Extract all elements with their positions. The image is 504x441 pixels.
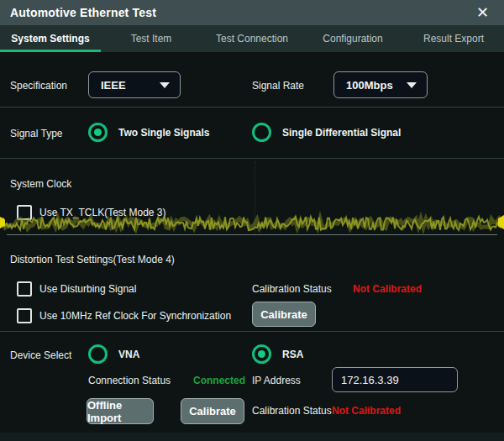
radio-label: Single Differential Signal (282, 127, 401, 139)
title-bar: Automotive Ethernet Test ✕ (0, 0, 504, 25)
tab-configuration[interactable]: Configuration (302, 25, 403, 52)
checkbox-icon (17, 205, 32, 220)
calibrate-button-device[interactable]: Calibrate (181, 398, 244, 424)
calibration-status-value: Not Calibrated (353, 283, 422, 295)
radio-label: VNA (118, 349, 139, 360)
tab-system-settings[interactable]: System Settings (0, 25, 101, 52)
section-system-clock: System Clock Use TX_TCLK(Test Mode 3) (0, 159, 504, 235)
distortion-title: Distortion Test Settings(Test Mode 4) (10, 254, 175, 265)
checkbox-use-tx-tclk[interactable]: Use TX_TCLK(Test Mode 3) (17, 205, 166, 220)
specification-value: IEEE (101, 79, 160, 92)
specification-label: Specification (10, 80, 67, 92)
tab-bar: System Settings Test Item Test Connectio… (0, 25, 504, 52)
system-clock-title: System Clock (10, 178, 71, 190)
device-calibration-status-value: Not Calibrated (332, 405, 401, 417)
checkbox-label: Use 10MHz Ref Clock For Synchronization (39, 310, 231, 322)
dialog-footer-strip (0, 433, 504, 441)
device-select-label: Device Select (10, 349, 71, 361)
checkbox-use-disturbing-signal[interactable]: Use Disturbing Signal (17, 281, 136, 297)
connection-status-value: Connected (193, 375, 245, 386)
signal-rate-value: 100Mbps (346, 79, 407, 92)
checkbox-label: Use Disturbing Signal (39, 283, 136, 295)
chevron-down-icon (160, 82, 170, 88)
ip-address-input[interactable] (332, 367, 458, 392)
signal-rate-dropdown[interactable]: 100Mbps (333, 71, 428, 98)
section-device-select: Device Select VNA RSA Connection Status … (0, 332, 504, 433)
chevron-down-icon (407, 82, 417, 88)
specification-dropdown[interactable]: IEEE (88, 71, 181, 98)
radio-vna[interactable]: VNA (88, 344, 139, 364)
window-title: Automotive Ethernet Test (10, 6, 156, 19)
checkbox-label: Use TX_TCLK(Test Mode 3) (39, 207, 166, 218)
connection-status-label: Connection Status (88, 375, 171, 386)
checkbox-icon (17, 308, 32, 323)
calibrate-button[interactable]: Calibrate (252, 302, 316, 327)
radio-two-single-signals[interactable]: Two Single Signals (88, 123, 209, 142)
checkbox-icon (17, 281, 32, 297)
tab-test-item[interactable]: Test Item (101, 25, 202, 52)
radio-rsa[interactable]: RSA (252, 344, 303, 364)
tab-test-connection[interactable]: Test Connection (202, 25, 302, 52)
checkbox-use-10mhz-ref-clock[interactable]: Use 10MHz Ref Clock For Synchronization (17, 308, 231, 323)
radio-icon (252, 123, 271, 142)
radio-single-differential-signal[interactable]: Single Differential Signal (252, 123, 401, 142)
offline-import-button[interactable]: Offline Import (87, 398, 154, 424)
radio-icon (88, 123, 108, 142)
section-specification: Specification IEEE Signal Rate 100Mbps (0, 52, 504, 108)
radio-icon (252, 344, 271, 364)
tab-result-export[interactable]: Result Export (403, 25, 504, 52)
radio-label: Two Single Signals (118, 127, 209, 139)
signal-rate-label: Signal Rate (252, 80, 304, 92)
radio-label: RSA (282, 349, 303, 360)
close-icon[interactable]: ✕ (471, 3, 494, 22)
automotive-ethernet-test-dialog: Automotive Ethernet Test ✕ System Settin… (0, 0, 504, 441)
ip-address-label: IP Address (252, 375, 301, 386)
radio-icon (88, 344, 108, 364)
calibration-status-label: Calibration Status (252, 283, 332, 295)
device-calibration-status-label: Calibration Status (252, 405, 332, 417)
section-signal-type: Signal Type Two Single Signals Single Di… (0, 108, 504, 159)
section-distortion-settings: Distortion Test Settings(Test Mode 4) Us… (0, 235, 504, 332)
signal-type-label: Signal Type (10, 128, 63, 139)
